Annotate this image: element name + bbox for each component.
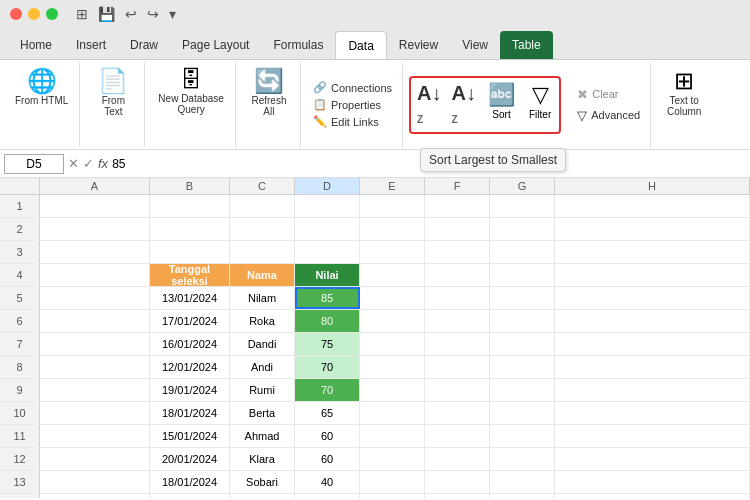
cell-c3[interactable]	[230, 241, 295, 263]
tab-page-layout[interactable]: Page Layout	[170, 31, 261, 59]
cell-b6[interactable]: 17/01/2024	[150, 310, 230, 332]
cell-f7[interactable]	[425, 333, 490, 355]
cell-a14[interactable]	[40, 494, 150, 498]
cell-e11[interactable]	[360, 425, 425, 447]
cell-g13[interactable]	[490, 471, 555, 493]
col-header-d[interactable]: D	[295, 178, 360, 194]
cell-d8[interactable]: 70	[295, 356, 360, 378]
cell-h9[interactable]	[555, 379, 750, 401]
cell-a3[interactable]	[40, 241, 150, 263]
cell-b12[interactable]: 20/01/2024	[150, 448, 230, 470]
cell-c9[interactable]: Rumi	[230, 379, 295, 401]
cell-f3[interactable]	[425, 241, 490, 263]
cell-reference-input[interactable]	[4, 154, 64, 174]
col-header-h[interactable]: H	[555, 178, 750, 194]
cell-c13[interactable]: Sobari	[230, 471, 295, 493]
cell-a7[interactable]	[40, 333, 150, 355]
cell-f6[interactable]	[425, 310, 490, 332]
cell-e8[interactable]	[360, 356, 425, 378]
col-header-b[interactable]: B	[150, 178, 230, 194]
cell-b11[interactable]: 15/01/2024	[150, 425, 230, 447]
text-to-column-button[interactable]: ⊞ Text toColumn	[659, 66, 709, 120]
cell-e1[interactable]	[360, 195, 425, 217]
properties-link[interactable]: 📋 Properties	[311, 97, 394, 112]
col-header-e[interactable]: E	[360, 178, 425, 194]
cell-a10[interactable]	[40, 402, 150, 424]
tab-review[interactable]: Review	[387, 31, 450, 59]
cell-e14[interactable]	[360, 494, 425, 498]
cell-a13[interactable]	[40, 471, 150, 493]
formula-confirm-icon[interactable]: ✓	[83, 156, 94, 171]
cell-d10[interactable]: 65	[295, 402, 360, 424]
cell-h3[interactable]	[555, 241, 750, 263]
cell-e6[interactable]	[360, 310, 425, 332]
cell-b14[interactable]	[150, 494, 230, 498]
clear-button[interactable]: ✖ Clear	[573, 85, 644, 104]
cell-f10[interactable]	[425, 402, 490, 424]
tab-home[interactable]: Home	[8, 31, 64, 59]
cell-b2[interactable]	[150, 218, 230, 240]
cell-f8[interactable]	[425, 356, 490, 378]
advanced-button[interactable]: ▽ Advanced	[573, 106, 644, 125]
cell-b9[interactable]: 19/01/2024	[150, 379, 230, 401]
cell-h2[interactable]	[555, 218, 750, 240]
cell-d13[interactable]: 40	[295, 471, 360, 493]
cell-h1[interactable]	[555, 195, 750, 217]
cell-d5[interactable]: 85	[295, 287, 360, 309]
cell-e12[interactable]	[360, 448, 425, 470]
cell-a8[interactable]	[40, 356, 150, 378]
cell-g2[interactable]	[490, 218, 555, 240]
cell-g1[interactable]	[490, 195, 555, 217]
cell-f1[interactable]	[425, 195, 490, 217]
cell-a4[interactable]	[40, 264, 150, 286]
cell-e9[interactable]	[360, 379, 425, 401]
cell-h7[interactable]	[555, 333, 750, 355]
cell-g4[interactable]	[490, 264, 555, 286]
cell-g10[interactable]	[490, 402, 555, 424]
cell-d11[interactable]: 60	[295, 425, 360, 447]
cell-h10[interactable]	[555, 402, 750, 424]
cell-c12[interactable]: Klara	[230, 448, 295, 470]
cell-h14[interactable]	[555, 494, 750, 498]
tab-draw[interactable]: Draw	[118, 31, 170, 59]
cell-d4-header[interactable]: Nilai	[295, 264, 360, 286]
new-db-query-button[interactable]: 🗄 New DatabaseQuery	[153, 66, 229, 118]
cell-g11[interactable]	[490, 425, 555, 447]
cell-c5[interactable]: Nilam	[230, 287, 295, 309]
cell-h11[interactable]	[555, 425, 750, 447]
filter-button[interactable]: ▽ Filter	[523, 80, 557, 130]
cell-g9[interactable]	[490, 379, 555, 401]
cell-c8[interactable]: Andi	[230, 356, 295, 378]
minimize-button[interactable]	[28, 8, 40, 20]
cell-f12[interactable]	[425, 448, 490, 470]
cell-g3[interactable]	[490, 241, 555, 263]
sort-button[interactable]: 🔤 Sort	[482, 80, 521, 130]
cell-a9[interactable]	[40, 379, 150, 401]
cell-g5[interactable]	[490, 287, 555, 309]
col-header-f[interactable]: F	[425, 178, 490, 194]
cell-b13[interactable]: 18/01/2024	[150, 471, 230, 493]
cell-a11[interactable]	[40, 425, 150, 447]
cell-g7[interactable]	[490, 333, 555, 355]
cell-h8[interactable]	[555, 356, 750, 378]
cell-g12[interactable]	[490, 448, 555, 470]
from-html-button[interactable]: 🌐 From HTML	[10, 66, 73, 109]
cell-g6[interactable]	[490, 310, 555, 332]
cell-b7[interactable]: 16/01/2024	[150, 333, 230, 355]
close-button[interactable]	[10, 8, 22, 20]
cell-d6[interactable]: 80	[295, 310, 360, 332]
more-icon[interactable]: ▾	[169, 6, 176, 22]
col-header-c[interactable]: C	[230, 178, 295, 194]
edit-links-link[interactable]: ✏️ Edit Links	[311, 114, 394, 129]
cell-h6[interactable]	[555, 310, 750, 332]
formula-cancel-icon[interactable]: ✕	[68, 156, 79, 171]
cell-h4[interactable]	[555, 264, 750, 286]
cell-h12[interactable]	[555, 448, 750, 470]
cell-f13[interactable]	[425, 471, 490, 493]
cell-d3[interactable]	[295, 241, 360, 263]
cell-b8[interactable]: 12/01/2024	[150, 356, 230, 378]
cell-f2[interactable]	[425, 218, 490, 240]
tab-data[interactable]: Data	[335, 31, 386, 59]
from-text-button[interactable]: 📄 FromText	[88, 66, 138, 120]
cell-c14[interactable]	[230, 494, 295, 498]
